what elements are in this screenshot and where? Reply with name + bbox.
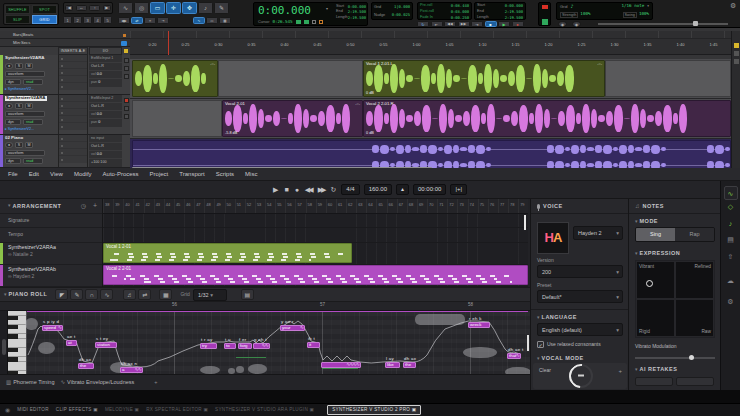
groove-knob-icon[interactable]: ◉ bbox=[558, 21, 567, 27]
vibrato-modulation-slider[interactable] bbox=[635, 357, 715, 359]
synthv-logo-icon[interactable]: ∿ bbox=[724, 186, 738, 200]
track-view-selector[interactable]: waveform bbox=[5, 71, 45, 77]
lane-synthv-b[interactable]: Vocal 2-01 -○- -5.8 dB Vocal 2 2-01.R 0 … bbox=[130, 99, 731, 139]
tab-midi-editor[interactable]: MIDI EDITOR bbox=[17, 407, 49, 412]
input-selector[interactable]: no input bbox=[89, 135, 122, 143]
arr-track-a[interactable]: SynthesizerV2ARAa ∞ Natalie 2 bbox=[0, 243, 102, 265]
zoom-preset-button[interactable]: 4 bbox=[93, 16, 102, 24]
time-signature[interactable]: 4/4 bbox=[341, 184, 359, 195]
vertical-scrollbar[interactable] bbox=[524, 215, 526, 230]
menu-item[interactable]: File bbox=[8, 171, 18, 178]
main-counter[interactable]: 0:00.000 bbox=[258, 5, 311, 17]
horizontal-zoom-icon[interactable]: ↔ bbox=[76, 5, 87, 11]
piano-roll[interactable]: Vocal 2 2-01 s p iy dspeed∿ ae tat dh ax… bbox=[0, 311, 530, 374]
volume-value[interactable]: 0.0 bbox=[97, 152, 102, 156]
menu-item[interactable]: Edit bbox=[29, 171, 39, 178]
slider-thumb[interactable] bbox=[689, 355, 694, 360]
automation-mode[interactable]: read bbox=[23, 119, 43, 125]
layered-edit-icon[interactable]: ▦ bbox=[219, 17, 231, 24]
inserts-column[interactable] bbox=[58, 55, 88, 95]
note-snap-icon[interactable]: ♬ bbox=[123, 289, 136, 300]
grabber-tool-icon[interactable]: ✥ bbox=[182, 2, 197, 14]
zoom-preset-button[interactable]: 2 bbox=[73, 16, 82, 24]
arrangement-timeline[interactable]: 3839404142434445464748495051525354555657… bbox=[103, 199, 528, 287]
tempo-row[interactable]: Tempo bbox=[0, 228, 102, 243]
piano-note[interactable]: r eh kwreck bbox=[468, 322, 490, 328]
bars-beats-ruler-label[interactable]: Bars|Beats bbox=[0, 31, 130, 39]
piano-icon[interactable]: ▤ bbox=[241, 289, 254, 300]
roll-scrollbar[interactable] bbox=[527, 335, 529, 351]
language-header[interactable]: ▾LANGUAGE bbox=[537, 314, 577, 321]
record-arm-button[interactable]: ● bbox=[5, 142, 13, 148]
pan-value[interactable]: +100 100 bbox=[89, 159, 122, 167]
grid-value[interactable]: 1|0.000 bbox=[394, 3, 410, 11]
empty-clip-region[interactable] bbox=[218, 60, 363, 97]
menu-item[interactable]: Project bbox=[150, 171, 169, 178]
audio-clip-piano[interactable] bbox=[132, 140, 731, 170]
add-parameter-tab[interactable]: + bbox=[154, 379, 157, 385]
piano-note[interactable]: t r aytry bbox=[200, 343, 217, 349]
language-select[interactable]: English (default)▾ bbox=[537, 323, 623, 336]
menu-item[interactable]: View bbox=[50, 171, 63, 178]
input-selector[interactable]: ExtMicInput 2 bbox=[89, 95, 122, 103]
mute-button[interactable]: M bbox=[25, 103, 33, 109]
io-column[interactable]: ExtMicInput 2 Out L-R vol 0.0 pan 0 bbox=[89, 95, 122, 135]
arr-track-b[interactable]: SynthesizerV2ARAb ∞ Hayden 2 bbox=[0, 265, 102, 287]
tab-vibrato-envelope[interactable]: ∿Vibrato Envelope/Loudness bbox=[60, 379, 134, 385]
tab-synthv-ara-plugin[interactable]: SYNTHESIZER V STUDIO ARA PLUGIN▣ bbox=[215, 407, 314, 412]
track-header-synthv-a[interactable]: SynthesizerV2ARA ● S M waveform dyn read… bbox=[0, 55, 130, 95]
vocal-mode-preset[interactable]: Clear bbox=[539, 368, 551, 374]
expression-marker[interactable] bbox=[646, 280, 653, 287]
output-selector[interactable]: Out L-R bbox=[89, 103, 122, 111]
piano-note[interactable]: g eh t∿∿ bbox=[253, 343, 270, 349]
shuffle-mode-button[interactable]: SHUFFLE bbox=[5, 5, 30, 14]
minsec-ruler[interactable]: 0:200:250:300:350:400:450:500:551:001:05… bbox=[130, 39, 731, 47]
split-icon[interactable]: ⇄ bbox=[138, 289, 151, 300]
pointer-tool-icon[interactable]: ◤ bbox=[55, 289, 68, 300]
piano-note[interactable]: s t eystation bbox=[95, 342, 117, 348]
edit-scroll-column[interactable] bbox=[731, 31, 740, 168]
track-header-piano[interactable]: 02 Piano ● S M waveform dyn read no inpu… bbox=[0, 135, 130, 168]
relaxed-consonants-checkbox[interactable]: ✓ bbox=[537, 341, 544, 348]
track-mini-button[interactable] bbox=[124, 114, 129, 119]
zoom-out-arrow-icon[interactable]: ◀ bbox=[65, 5, 73, 11]
slip-mode-button[interactable]: SLIP bbox=[5, 15, 30, 24]
track-view-selector[interactable]: waveform bbox=[5, 150, 45, 156]
playhead[interactable] bbox=[168, 31, 169, 55]
volume-value[interactable]: 0.0 bbox=[97, 112, 102, 116]
menu-item[interactable]: Scripts bbox=[216, 171, 234, 178]
upload-icon[interactable]: ⇧ bbox=[721, 253, 740, 261]
clip-gain-icon[interactable]: -○- bbox=[355, 102, 360, 106]
piano-note[interactable]: dh axthe bbox=[78, 363, 94, 369]
marker-icon[interactable] bbox=[734, 43, 739, 48]
zoom-preset-button[interactable]: 5 bbox=[103, 16, 112, 24]
track-mini-button[interactable] bbox=[124, 98, 129, 103]
vocal-mode-knob[interactable] bbox=[569, 364, 593, 388]
toolbar-slider[interactable] bbox=[598, 23, 728, 25]
diamond-icon[interactable]: ◇ bbox=[721, 203, 740, 211]
grid-note-value[interactable]: 1/16 note bbox=[622, 4, 645, 9]
pencil-tool-icon[interactable]: ✎ bbox=[214, 2, 229, 14]
record-arm-button[interactable]: ● bbox=[5, 63, 13, 69]
tab-rx-spectral-editor[interactable]: RX SPECTRAL EDITOR▣ bbox=[146, 407, 208, 412]
collapse-icon[interactable]: ▾ bbox=[8, 203, 11, 209]
curve-tool-icon[interactable]: ∩ bbox=[85, 289, 98, 300]
menu-item[interactable]: Auto-Process bbox=[103, 171, 139, 178]
tab-phoneme-timing[interactable]: ▥Phoneme Timing bbox=[6, 379, 54, 385]
tempo-lane[interactable] bbox=[103, 228, 528, 243]
zoom-preset-button[interactable]: 1 bbox=[63, 16, 72, 24]
arr-clip-vocal2[interactable]: Vocal 2 2-01 bbox=[103, 265, 528, 285]
mute-button[interactable]: M bbox=[25, 142, 33, 148]
fast-forward-icon[interactable]: ▶▶ bbox=[318, 186, 325, 194]
panel-icon[interactable]: ▦ bbox=[159, 289, 172, 300]
menu-item[interactable]: Transport bbox=[179, 171, 204, 178]
track-mini-button[interactable] bbox=[124, 58, 129, 63]
stop-icon[interactable]: ■ bbox=[485, 21, 497, 27]
expression-header[interactable]: ▾EXPRESSION bbox=[635, 250, 680, 257]
track-mini-button[interactable] bbox=[124, 106, 129, 111]
arr-lane-a[interactable]: Vocal 1 2-01 bbox=[103, 243, 528, 265]
go-to-end-icon[interactable]: ⇥ bbox=[471, 21, 483, 27]
tab-melodyne[interactable]: MELODYNE▣ bbox=[105, 407, 139, 412]
play-icon[interactable]: ▶ bbox=[273, 186, 278, 194]
voice-link[interactable]: ∞ Hayden 2 bbox=[8, 273, 102, 280]
